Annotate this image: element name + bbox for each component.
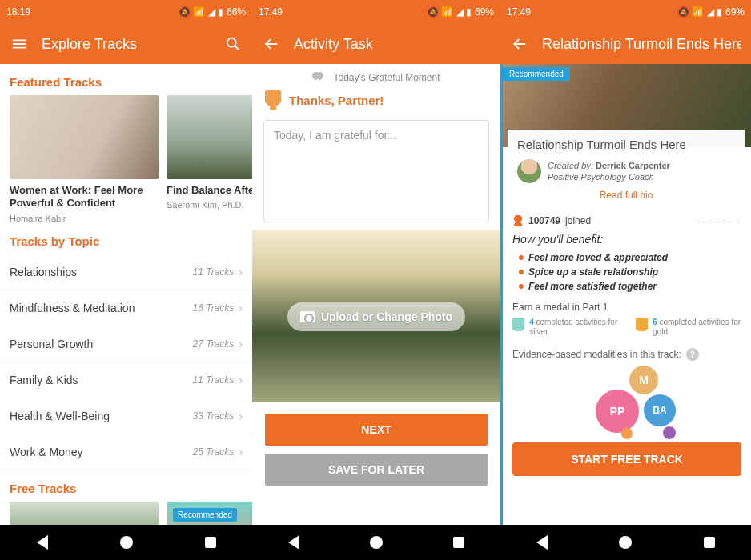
joined-row: 100749 joined ○—○—○—○: [503, 209, 751, 233]
status-time: 17:49: [507, 6, 531, 18]
topic-count: 27 Tracks: [193, 338, 235, 350]
benefit-header: How you'll benefit:: [503, 233, 751, 250]
read-bio-link[interactable]: Read full bio: [517, 190, 735, 201]
card-author: Homaira Kabir: [10, 214, 159, 223]
evidence-label: Evidence-based modalities in this track:…: [503, 343, 751, 366]
chevron-right-icon: ›: [239, 266, 243, 278]
card-image: [10, 502, 159, 526]
author-name: Derrick Carpenter: [596, 161, 670, 170]
status-icons: 🔕 📶 ◢ ▮ 69%: [427, 6, 494, 18]
status-icons: 🔕 📶 ◢ ▮ 69%: [677, 6, 745, 18]
nav-recent-icon[interactable]: [202, 534, 219, 551]
silver-medal: 4 completed activities for silver: [512, 318, 621, 337]
chevron-right-icon: ›: [239, 446, 243, 458]
benefit-item: Feel more satisfied together: [503, 279, 751, 294]
nav-back-icon[interactable]: [533, 534, 551, 551]
photo-zone: Upload or Change Photo: [252, 230, 500, 402]
back-icon[interactable]: [510, 34, 529, 54]
topic-row[interactable]: Health & Well-Being33 Tracks›: [0, 398, 252, 434]
chevron-right-icon: ›: [239, 374, 243, 386]
topic-name: Health & Well-Being: [10, 410, 193, 422]
recommended-badge: Recommended: [173, 508, 237, 522]
bulb-icon: [265, 90, 281, 110]
topic-row[interactable]: Work & Money25 Tracks›: [0, 434, 252, 470]
card-author: Saeromi Kim, Ph.D.: [167, 200, 252, 210]
appbar-title: Explore Tracks: [42, 36, 211, 53]
earn-medal-label: Earn a medal in Part 1: [503, 294, 751, 316]
nav-bar: [0, 525, 252, 560]
nav-bar: [500, 525, 751, 560]
nav-home-icon[interactable]: [367, 534, 385, 551]
topic-row[interactable]: Mindfulness & Meditation16 Tracks›: [0, 290, 252, 326]
grateful-input[interactable]: Today, I am grateful for...: [263, 120, 489, 222]
chevron-right-icon: ›: [239, 410, 243, 422]
topic-name: Family & Kids: [10, 374, 193, 386]
chevron-right-icon: ›: [239, 302, 243, 314]
menu-icon[interactable]: [10, 34, 29, 54]
nav-recent-icon[interactable]: [701, 534, 718, 551]
topic-name: Relationships: [10, 266, 193, 278]
track-card: Relationship Turmoil Ends Here Created b…: [508, 130, 745, 209]
topics-header: Tracks by Topic: [0, 223, 252, 254]
free-card[interactable]: Recommended D: [167, 502, 252, 526]
nav-bar: [252, 525, 500, 560]
featured-card[interactable]: Find Balance After W Saeromi Kim, Ph.D.: [167, 95, 252, 223]
benefit-item: Feel more loved & appreciated: [503, 250, 751, 265]
nav-home-icon[interactable]: [616, 534, 634, 551]
nav-back-icon[interactable]: [34, 534, 51, 551]
upload-photo-button[interactable]: Upload or Change Photo: [287, 302, 465, 331]
bubble-pp: PP: [596, 390, 639, 433]
status-time: 17:49: [259, 6, 283, 18]
featured-header: Featured Tracks: [0, 64, 252, 95]
gold-medal-icon: [636, 318, 648, 335]
bubble-small: [663, 426, 676, 439]
help-icon[interactable]: ?: [686, 348, 699, 361]
hearts-icon: [312, 72, 327, 83]
topic-row[interactable]: Personal Growth27 Tracks›: [0, 326, 252, 362]
topic-count: 33 Tracks: [193, 410, 235, 422]
next-button[interactable]: NEXT: [265, 414, 488, 446]
card-image: [167, 95, 252, 179]
modality-bubbles: M PP BA: [503, 366, 751, 438]
thanks-row: Thanks, Partner!: [252, 86, 500, 118]
topic-row[interactable]: Family & Kids11 Tracks›: [0, 362, 252, 398]
status-bar: 17:49 🔕 📶 ◢ ▮ 69%: [500, 0, 751, 24]
nav-recent-icon[interactable]: [450, 534, 468, 551]
progress-dots: ○—○—○—○: [696, 218, 741, 225]
bubble-ba: BA: [644, 394, 676, 426]
back-icon[interactable]: [262, 34, 281, 54]
topic-count: 25 Tracks: [193, 446, 235, 458]
app-bar: Relationship Turmoil Ends Here: [500, 24, 751, 64]
nav-home-icon[interactable]: [118, 534, 135, 551]
topic-count: 11 Tracks: [193, 374, 235, 386]
app-bar: Activity Task: [252, 24, 500, 64]
status-icons: 🔕 📶 ◢ ▮ 66%: [179, 6, 246, 18]
topic-count: 16 Tracks: [193, 302, 235, 314]
bubble-small: [621, 428, 633, 439]
free-card[interactable]: DIGITAL COACH: [10, 502, 159, 526]
status-bar: 17:49 🔕 📶 ◢ ▮ 69%: [252, 0, 500, 24]
appbar-title: Relationship Turmoil Ends Here: [542, 36, 741, 53]
camera-icon: [300, 311, 315, 322]
recommended-badge: Recommended: [503, 67, 570, 81]
gold-medal: 6 completed activities for gold: [636, 318, 741, 337]
card-title: Find Balance After W: [167, 184, 252, 197]
card-title: Women at Work: Feel More Powerful & Conf…: [10, 184, 159, 210]
search-icon[interactable]: [223, 34, 243, 54]
topic-name: Personal Growth: [10, 338, 193, 350]
benefit-item: Spice up a stale relationship: [503, 265, 751, 279]
svg-point-0: [227, 38, 236, 47]
featured-card[interactable]: Women at Work: Feel More Powerful & Conf…: [10, 95, 159, 223]
topic-row[interactable]: Relationships11 Tracks›: [0, 254, 252, 290]
author-avatar: [517, 159, 541, 183]
status-time: 18:19: [6, 6, 30, 18]
card-image: [10, 95, 159, 179]
topic-name: Mindfulness & Meditation: [10, 302, 193, 314]
save-later-button[interactable]: SAVE FOR LATER: [265, 454, 488, 486]
nav-back-icon[interactable]: [285, 534, 303, 551]
chevron-right-icon: ›: [239, 338, 243, 350]
start-free-track-button[interactable]: START FREE TRACK: [512, 442, 741, 476]
bubble-m: M: [629, 366, 658, 394]
author-role: Positive Psychology Coach: [548, 171, 670, 182]
app-bar: Explore Tracks: [0, 24, 252, 64]
